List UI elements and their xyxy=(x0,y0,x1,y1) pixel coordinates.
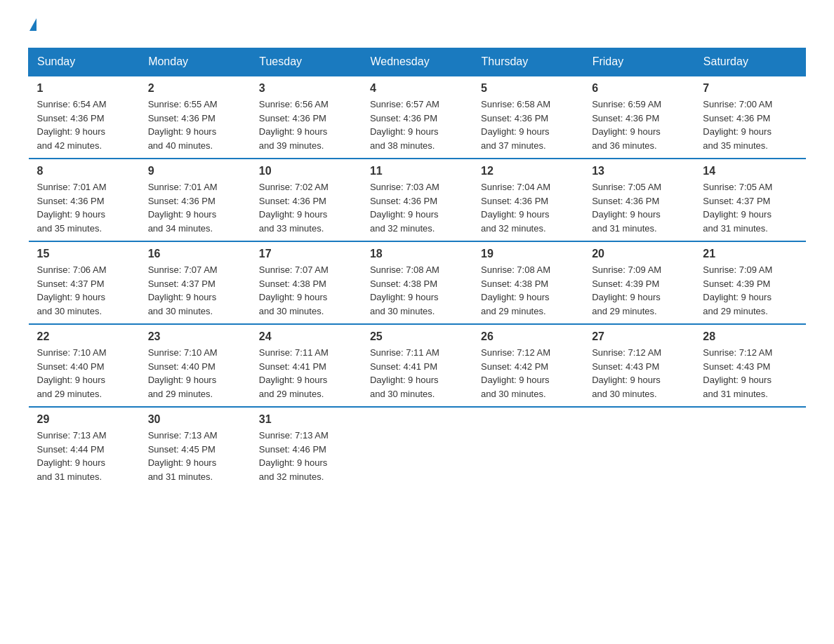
calendar-cell: 8 Sunrise: 7:01 AM Sunset: 4:36 PM Dayli… xyxy=(29,159,140,241)
calendar-cell: 1 Sunrise: 6:54 AM Sunset: 4:36 PM Dayli… xyxy=(29,76,140,159)
day-number: 27 xyxy=(592,330,686,343)
day-number: 22 xyxy=(37,330,131,343)
day-info: Sunrise: 7:02 AM Sunset: 4:36 PM Dayligh… xyxy=(259,180,353,235)
day-number: 16 xyxy=(148,248,242,260)
logo xyxy=(28,21,37,34)
day-info: Sunrise: 7:01 AM Sunset: 4:36 PM Dayligh… xyxy=(148,180,242,235)
day-info: Sunrise: 7:10 AM Sunset: 4:40 PM Dayligh… xyxy=(37,346,131,401)
day-number: 14 xyxy=(703,165,797,177)
weekday-header-row: SundayMondayTuesdayWednesdayThursdayFrid… xyxy=(29,48,806,76)
day-number: 26 xyxy=(481,330,575,343)
day-info: Sunrise: 7:03 AM Sunset: 4:36 PM Dayligh… xyxy=(370,180,464,235)
calendar-cell xyxy=(472,407,583,489)
calendar-cell: 6 Sunrise: 6:59 AM Sunset: 4:36 PM Dayli… xyxy=(583,76,694,159)
day-info: Sunrise: 7:12 AM Sunset: 4:42 PM Dayligh… xyxy=(481,346,575,401)
calendar-cell xyxy=(694,407,805,489)
day-info: Sunrise: 7:10 AM Sunset: 4:40 PM Dayligh… xyxy=(148,346,242,401)
day-number: 20 xyxy=(592,248,686,260)
day-info: Sunrise: 7:05 AM Sunset: 4:37 PM Dayligh… xyxy=(703,180,797,235)
day-info: Sunrise: 6:59 AM Sunset: 4:36 PM Dayligh… xyxy=(592,98,686,152)
calendar-cell: 19 Sunrise: 7:08 AM Sunset: 4:38 PM Dayl… xyxy=(472,241,583,324)
day-info: Sunrise: 7:12 AM Sunset: 4:43 PM Dayligh… xyxy=(592,346,686,401)
day-info: Sunrise: 6:54 AM Sunset: 4:36 PM Dayligh… xyxy=(37,98,131,152)
calendar-cell: 13 Sunrise: 7:05 AM Sunset: 4:36 PM Dayl… xyxy=(583,159,694,241)
day-info: Sunrise: 7:01 AM Sunset: 4:36 PM Dayligh… xyxy=(37,180,131,235)
day-number: 6 xyxy=(592,82,686,95)
calendar-cell: 16 Sunrise: 7:07 AM Sunset: 4:37 PM Dayl… xyxy=(140,241,251,324)
day-number: 2 xyxy=(148,82,242,95)
calendar-cell: 29 Sunrise: 7:13 AM Sunset: 4:44 PM Dayl… xyxy=(29,407,140,489)
weekday-saturday: Saturday xyxy=(694,48,805,76)
calendar-cell: 26 Sunrise: 7:12 AM Sunset: 4:42 PM Dayl… xyxy=(472,324,583,407)
weekday-sunday: Sunday xyxy=(29,48,140,76)
day-number: 30 xyxy=(148,413,242,426)
logo-triangle-icon xyxy=(29,18,37,31)
day-number: 11 xyxy=(370,165,464,177)
calendar-cell: 18 Sunrise: 7:08 AM Sunset: 4:38 PM Dayl… xyxy=(362,241,472,324)
day-info: Sunrise: 7:05 AM Sunset: 4:36 PM Dayligh… xyxy=(592,180,686,235)
calendar-cell: 15 Sunrise: 7:06 AM Sunset: 4:37 PM Dayl… xyxy=(29,241,140,324)
day-info: Sunrise: 7:04 AM Sunset: 4:36 PM Dayligh… xyxy=(481,180,575,235)
day-info: Sunrise: 6:58 AM Sunset: 4:36 PM Dayligh… xyxy=(481,98,575,152)
day-number: 8 xyxy=(37,165,131,177)
day-info: Sunrise: 7:13 AM Sunset: 4:45 PM Dayligh… xyxy=(148,429,242,483)
week-row-4: 22 Sunrise: 7:10 AM Sunset: 4:40 PM Dayl… xyxy=(29,324,806,407)
calendar-cell: 23 Sunrise: 7:10 AM Sunset: 4:40 PM Dayl… xyxy=(140,324,251,407)
calendar-cell: 3 Sunrise: 6:56 AM Sunset: 4:36 PM Dayli… xyxy=(251,76,362,159)
weekday-monday: Monday xyxy=(140,48,251,76)
weekday-friday: Friday xyxy=(583,48,694,76)
day-number: 31 xyxy=(259,413,353,426)
calendar-cell: 21 Sunrise: 7:09 AM Sunset: 4:39 PM Dayl… xyxy=(694,241,805,324)
day-number: 5 xyxy=(481,82,575,95)
day-number: 29 xyxy=(37,413,131,426)
day-number: 13 xyxy=(592,165,686,177)
day-info: Sunrise: 6:57 AM Sunset: 4:36 PM Dayligh… xyxy=(370,98,464,152)
calendar-cell xyxy=(362,407,472,489)
day-number: 25 xyxy=(370,330,464,343)
week-row-1: 1 Sunrise: 6:54 AM Sunset: 4:36 PM Dayli… xyxy=(29,76,806,159)
day-info: Sunrise: 7:11 AM Sunset: 4:41 PM Dayligh… xyxy=(370,346,464,401)
calendar-cell: 28 Sunrise: 7:12 AM Sunset: 4:43 PM Dayl… xyxy=(694,324,805,407)
day-info: Sunrise: 7:07 AM Sunset: 4:37 PM Dayligh… xyxy=(148,263,242,318)
day-info: Sunrise: 7:08 AM Sunset: 4:38 PM Dayligh… xyxy=(370,263,464,318)
calendar-cell: 22 Sunrise: 7:10 AM Sunset: 4:40 PM Dayl… xyxy=(29,324,140,407)
weekday-tuesday: Tuesday xyxy=(251,48,362,76)
week-row-2: 8 Sunrise: 7:01 AM Sunset: 4:36 PM Dayli… xyxy=(29,159,806,241)
calendar-cell: 9 Sunrise: 7:01 AM Sunset: 4:36 PM Dayli… xyxy=(140,159,251,241)
calendar-cell: 5 Sunrise: 6:58 AM Sunset: 4:36 PM Dayli… xyxy=(472,76,583,159)
day-info: Sunrise: 7:07 AM Sunset: 4:38 PM Dayligh… xyxy=(259,263,353,318)
calendar-cell: 11 Sunrise: 7:03 AM Sunset: 4:36 PM Dayl… xyxy=(362,159,472,241)
day-number: 12 xyxy=(481,165,575,177)
day-info: Sunrise: 7:06 AM Sunset: 4:37 PM Dayligh… xyxy=(37,263,131,318)
calendar-cell: 31 Sunrise: 7:13 AM Sunset: 4:46 PM Dayl… xyxy=(251,407,362,489)
day-info: Sunrise: 7:00 AM Sunset: 4:36 PM Dayligh… xyxy=(703,98,797,152)
calendar-table: SundayMondayTuesdayWednesdayThursdayFrid… xyxy=(28,48,806,489)
page-header xyxy=(28,21,806,34)
calendar-header: SundayMondayTuesdayWednesdayThursdayFrid… xyxy=(29,48,806,76)
day-info: Sunrise: 6:55 AM Sunset: 4:36 PM Dayligh… xyxy=(148,98,242,152)
day-info: Sunrise: 7:09 AM Sunset: 4:39 PM Dayligh… xyxy=(592,263,686,318)
calendar-cell: 10 Sunrise: 7:02 AM Sunset: 4:36 PM Dayl… xyxy=(251,159,362,241)
day-number: 7 xyxy=(703,82,797,95)
day-info: Sunrise: 7:12 AM Sunset: 4:43 PM Dayligh… xyxy=(703,346,797,401)
calendar-cell: 27 Sunrise: 7:12 AM Sunset: 4:43 PM Dayl… xyxy=(583,324,694,407)
calendar-cell: 7 Sunrise: 7:00 AM Sunset: 4:36 PM Dayli… xyxy=(694,76,805,159)
calendar-body: 1 Sunrise: 6:54 AM Sunset: 4:36 PM Dayli… xyxy=(29,76,806,489)
week-row-5: 29 Sunrise: 7:13 AM Sunset: 4:44 PM Dayl… xyxy=(29,407,806,489)
calendar-cell: 24 Sunrise: 7:11 AM Sunset: 4:41 PM Dayl… xyxy=(251,324,362,407)
calendar-cell: 12 Sunrise: 7:04 AM Sunset: 4:36 PM Dayl… xyxy=(472,159,583,241)
day-number: 23 xyxy=(148,330,242,343)
day-info: Sunrise: 6:56 AM Sunset: 4:36 PM Dayligh… xyxy=(259,98,353,152)
day-number: 1 xyxy=(37,82,131,95)
day-number: 4 xyxy=(370,82,464,95)
calendar-cell: 4 Sunrise: 6:57 AM Sunset: 4:36 PM Dayli… xyxy=(362,76,472,159)
day-number: 3 xyxy=(259,82,353,95)
day-info: Sunrise: 7:13 AM Sunset: 4:46 PM Dayligh… xyxy=(259,429,353,483)
weekday-wednesday: Wednesday xyxy=(362,48,472,76)
day-number: 18 xyxy=(370,248,464,260)
calendar-cell xyxy=(583,407,694,489)
calendar-cell: 30 Sunrise: 7:13 AM Sunset: 4:45 PM Dayl… xyxy=(140,407,251,489)
day-number: 10 xyxy=(259,165,353,177)
calendar-cell: 17 Sunrise: 7:07 AM Sunset: 4:38 PM Dayl… xyxy=(251,241,362,324)
day-info: Sunrise: 7:09 AM Sunset: 4:39 PM Dayligh… xyxy=(703,263,797,318)
